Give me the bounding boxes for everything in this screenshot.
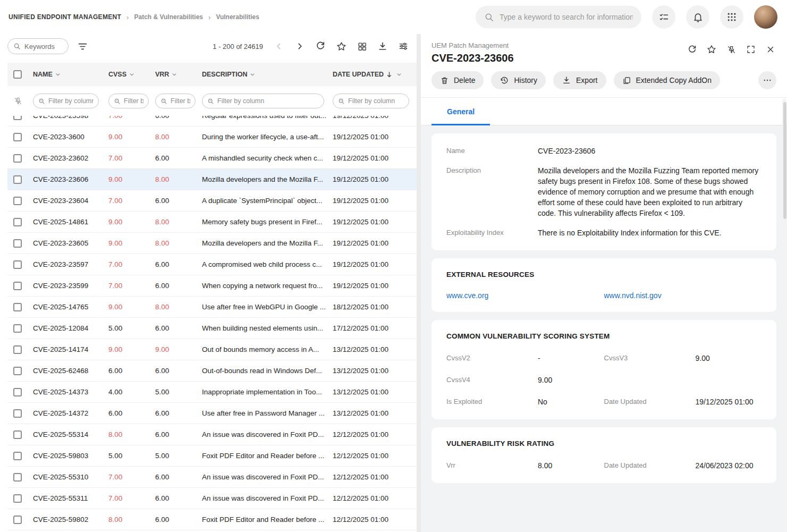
- row-checkbox[interactable]: [13, 367, 22, 375]
- row-checkbox[interactable]: [13, 260, 22, 269]
- delete-button[interactable]: Delete: [431, 71, 484, 89]
- pin-off-icon[interactable]: [13, 96, 23, 106]
- filter-list-icon: [77, 41, 88, 52]
- refresh-button[interactable]: [314, 39, 327, 53]
- row-checkbox[interactable]: [13, 473, 22, 482]
- row-checkbox[interactable]: [13, 133, 22, 141]
- table-row[interactable]: CVE-2023-23598 7.00 6.00 Regular express…: [7, 116, 417, 126]
- row-checkbox[interactable]: [13, 303, 22, 311]
- row-checkbox-cell: [7, 282, 33, 290]
- row-checkbox[interactable]: [13, 388, 22, 396]
- filter-cvss[interactable]: [108, 94, 149, 108]
- tab-general[interactable]: General: [431, 98, 490, 125]
- row-checkbox[interactable]: [13, 154, 22, 163]
- external-link-cve[interactable]: www.cve.org: [446, 291, 604, 300]
- select-all-checkbox[interactable]: [13, 70, 22, 79]
- filter-description-input[interactable]: [217, 97, 319, 105]
- download-button[interactable]: [376, 39, 390, 53]
- row-checkbox[interactable]: [13, 345, 22, 354]
- global-search[interactable]: [476, 6, 641, 28]
- filter-name-input[interactable]: [48, 97, 94, 105]
- row-checkbox[interactable]: [13, 239, 22, 248]
- column-header-name[interactable]: NAME: [33, 71, 108, 78]
- table-row[interactable]: CVE-2025-59802 8.00 6.00 Foxit PDF Edito…: [7, 509, 417, 530]
- next-page-button[interactable]: [293, 39, 307, 53]
- table-row[interactable]: CVE-2025-59803 5.00 5.00 Foxit PDF Edito…: [7, 445, 417, 467]
- row-checkbox[interactable]: [13, 452, 22, 460]
- breadcrumb-item-patch-vulnerabilities[interactable]: Patch & Vulnerabilities: [134, 13, 203, 21]
- table-row[interactable]: CVE-2025-14765 9.00 8.00 Use after free …: [7, 297, 417, 318]
- table-row[interactable]: CVE-2025-14174 9.00 9.00 Out of bounds m…: [7, 339, 417, 360]
- table-row[interactable]: CVE-2023-23605 9.00 8.00 Mozilla develop…: [7, 233, 417, 254]
- table-row[interactable]: CVE-2025-62468 6.00 6.00 Out-of-bounds r…: [7, 360, 417, 382]
- user-avatar[interactable]: [754, 5, 777, 29]
- column-header-vrr[interactable]: VRR: [155, 71, 202, 78]
- filter-vrr-input[interactable]: [171, 97, 190, 105]
- checklist-button[interactable]: [652, 5, 675, 29]
- detail-favorite-button[interactable]: [706, 44, 717, 55]
- favorite-button[interactable]: [334, 39, 348, 53]
- keywords-search[interactable]: [7, 38, 69, 54]
- prev-page-button[interactable]: [272, 39, 286, 53]
- table-row[interactable]: CVE-2023-23604 7.00 6.00 A duplicate `Sy…: [7, 190, 417, 212]
- table-row[interactable]: CVE-2025-14373 4.00 5.00 Inappropriate i…: [7, 382, 417, 403]
- filter-date-input[interactable]: [348, 97, 404, 105]
- table-row[interactable]: CVE-2023-23597 7.00 6.00 A compromised w…: [7, 254, 417, 275]
- table-row[interactable]: CVE-2025-14861 9.00 8.00 Memory safety b…: [7, 212, 417, 233]
- detail-scrollbar-thumb[interactable]: [783, 102, 786, 219]
- row-checkbox[interactable]: [13, 197, 22, 205]
- detail-close-button[interactable]: [765, 44, 776, 55]
- breadcrumb-item-vulnerabilities[interactable]: Vulnerabilities: [216, 13, 259, 21]
- extended-copy-addon-button[interactable]: Extended Copy AddOn: [614, 71, 720, 89]
- table-row[interactable]: CVE-2025-12084 5.00 6.00 When building n…: [7, 318, 417, 339]
- filter-cvss-input[interactable]: [124, 97, 143, 105]
- column-header-description[interactable]: DESCRIPTION: [202, 71, 333, 78]
- row-description: Foxit PDF Editor and Reader before ...: [202, 452, 333, 460]
- table-row[interactable]: CVE-2025-55311 7.00 6.00 An issue was di…: [7, 488, 417, 509]
- filter-list-button[interactable]: [75, 39, 89, 53]
- row-checkbox[interactable]: [13, 282, 22, 290]
- column-settings-button[interactable]: [396, 39, 410, 53]
- history-button[interactable]: History: [491, 71, 546, 89]
- row-cvss: 5.00: [108, 324, 155, 332]
- export-button[interactable]: Export: [553, 71, 606, 89]
- apps-button[interactable]: [720, 5, 743, 29]
- filter-description[interactable]: [202, 94, 324, 108]
- row-checkbox[interactable]: [13, 409, 22, 418]
- row-checkbox[interactable]: [13, 218, 22, 226]
- external-link-nvd[interactable]: www.nvd.nist.gov: [604, 291, 762, 300]
- row-vrr: 6.00: [155, 324, 202, 332]
- field-cvssv2: CvssV2 -: [446, 353, 604, 364]
- filter-vrr[interactable]: [155, 94, 196, 108]
- table-row[interactable]: CVE-2025-14372 6.00 6.00 Use after free …: [7, 403, 417, 424]
- notifications-button[interactable]: [686, 5, 709, 29]
- row-checkbox[interactable]: [13, 324, 22, 333]
- global-search-input[interactable]: [500, 13, 633, 21]
- table-row[interactable]: CVE-2023-23606 9.00 8.00 Mozilla develop…: [7, 169, 417, 190]
- row-checkbox[interactable]: [13, 430, 22, 439]
- field-vrr-date-updated: Date Updated 24/06/2023 02:00: [604, 460, 762, 471]
- detail-unpin-button[interactable]: [725, 44, 737, 55]
- grid-view-button[interactable]: [355, 39, 369, 53]
- filter-cell-cvss: [108, 94, 155, 108]
- detail-refresh-button[interactable]: [686, 44, 698, 55]
- column-header-cvss[interactable]: CVSS: [108, 71, 155, 78]
- filter-cell-vrr: [155, 94, 202, 108]
- table-row[interactable]: CVE-2023-3600 9.00 8.00 During the worke…: [7, 126, 417, 148]
- row-checkbox[interactable]: [13, 516, 22, 524]
- filter-date[interactable]: [333, 94, 409, 108]
- row-checkbox[interactable]: [13, 494, 22, 503]
- table-row[interactable]: CVE-2023-23599 7.00 6.00 When copying a …: [7, 275, 417, 297]
- detail-expand-button[interactable]: [745, 44, 757, 55]
- panel-divider: [417, 34, 421, 532]
- table-row[interactable]: CVE-2023-23602 7.00 6.00 A mishandled se…: [7, 148, 417, 169]
- row-checkbox[interactable]: [13, 175, 22, 184]
- column-header-date-updated[interactable]: DATE UPDATED: [333, 71, 417, 79]
- table-row[interactable]: CVE-2025-55310 7.00 6.00 An issue was di…: [7, 467, 417, 488]
- row-checkbox[interactable]: [13, 116, 22, 120]
- more-actions-button[interactable]: [758, 71, 776, 89]
- keywords-input[interactable]: [24, 43, 61, 50]
- filter-name[interactable]: [33, 94, 99, 108]
- table-row[interactable]: CVE-2025-55314 8.00 6.00 An issue was di…: [7, 424, 417, 445]
- breadcrumb-item-root[interactable]: UNIFIED ENDPOINT MANAGEMENT: [9, 13, 121, 21]
